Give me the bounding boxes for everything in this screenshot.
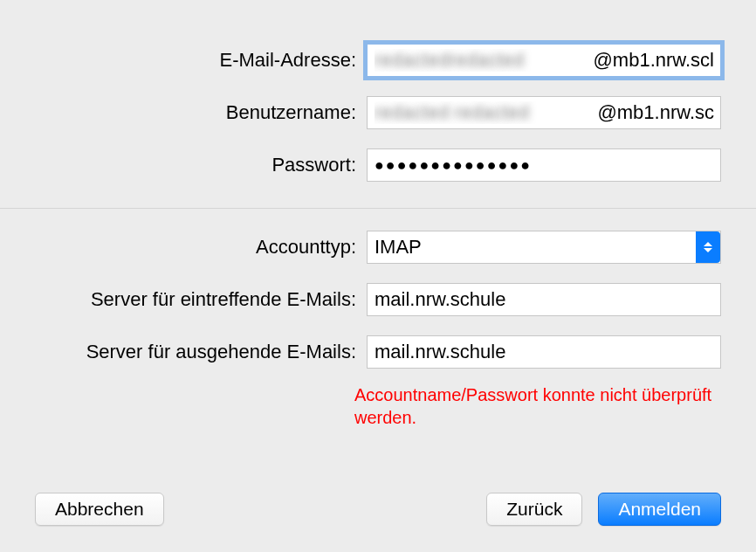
email-input[interactable] [367,44,721,77]
account-type-row: Accounttyp: IMAP [35,231,721,264]
password-input[interactable] [367,148,721,182]
account-type-value: IMAP [375,236,422,259]
cancel-button[interactable]: Abbrechen [35,493,164,526]
mail-account-dialog: E-Mail-Adresse: @mb1.nrw.scl Benutzernam… [0,0,756,552]
back-button[interactable]: Zurück [486,493,582,526]
account-type-label: Accounttyp: [35,236,367,259]
error-row: Accountname/Passwort konnte nicht überpr… [35,383,721,429]
select-arrows-icon [696,231,720,263]
error-message: Accountname/Passwort konnte nicht überpr… [354,383,721,429]
password-row: Passwort: [35,148,721,182]
email-row: E-Mail-Adresse: @mb1.nrw.scl [35,44,721,77]
incoming-server-input[interactable] [367,283,721,316]
username-label: Benutzername: [35,101,367,124]
account-type-select[interactable]: IMAP [367,231,721,264]
credentials-section: E-Mail-Adresse: @mb1.nrw.scl Benutzernam… [0,0,756,208]
signin-button[interactable]: Anmelden [598,493,721,526]
outgoing-server-row: Server für ausgehende E-Mails: [35,335,721,369]
password-label: Passwort: [35,154,367,176]
server-section: Accounttyp: IMAP Server für eintreffende… [0,208,756,475]
button-row: Abbrechen Zurück Anmelden [0,475,756,552]
outgoing-server-input[interactable] [367,335,721,369]
email-label: E-Mail-Adresse: [35,49,367,72]
username-input[interactable] [367,96,721,129]
outgoing-server-label: Server für ausgehende E-Mails: [35,341,367,363]
incoming-server-label: Server für eintreffende E-Mails: [35,288,367,311]
incoming-server-row: Server für eintreffende E-Mails: [35,283,721,316]
username-row: Benutzername: @mb1.nrw.sc [35,96,721,129]
